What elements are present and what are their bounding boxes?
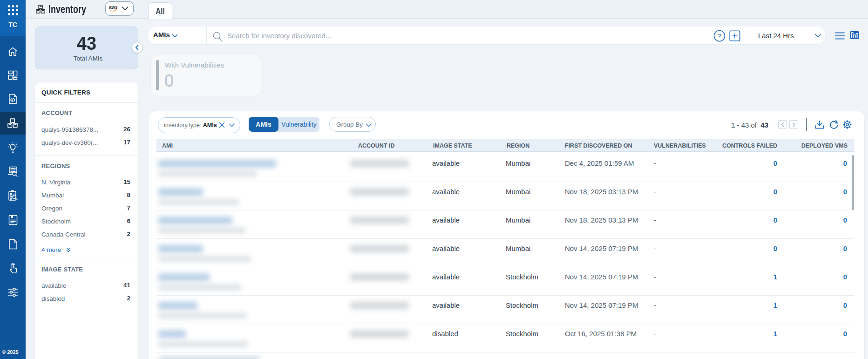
svg-text:aws: aws [109,5,117,10]
svg-text:?: ? [718,33,721,40]
